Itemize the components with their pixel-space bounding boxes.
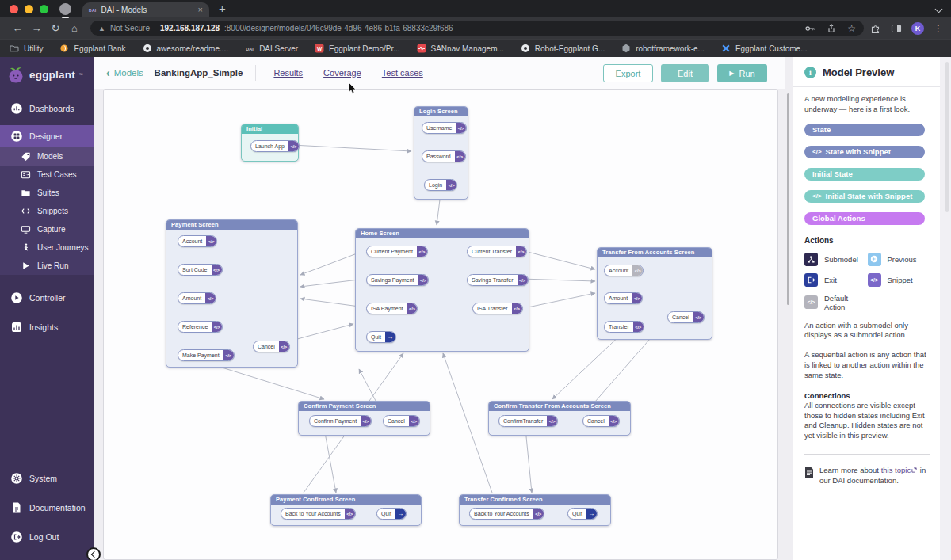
share-icon[interactable] bbox=[826, 23, 837, 34]
bookmark-item[interactable]: Eggplant Bank bbox=[59, 44, 125, 53]
export-button[interactable]: Export bbox=[603, 64, 653, 82]
action-pill[interactable]: Confirm Payment</> bbox=[309, 415, 372, 427]
sidebar-item-live-run[interactable]: Live Run bbox=[0, 257, 94, 275]
action-pill[interactable]: Account</> bbox=[178, 235, 217, 247]
tab-test-cases[interactable]: Test cases bbox=[382, 68, 423, 78]
browser-profile-icon[interactable] bbox=[59, 3, 71, 15]
state-node[interactable]: Transfer Confirmed ScreenBack to Your Ac… bbox=[459, 494, 611, 526]
action-pill[interactable]: Quit→ bbox=[376, 508, 407, 520]
profile-avatar[interactable]: K bbox=[911, 22, 924, 35]
tab-search-chevron-icon[interactable] bbox=[935, 6, 943, 13]
action-pill[interactable]: Username</> bbox=[422, 122, 467, 134]
action-pill[interactable]: Current Transfer</> bbox=[467, 246, 527, 257]
state-node[interactable]: Confirm Transfer From Accounts ScreenCon… bbox=[488, 401, 631, 436]
sidebar-item-test-cases[interactable]: Test Cases bbox=[0, 166, 94, 184]
back-icon[interactable]: ← bbox=[8, 22, 27, 34]
address-bar[interactable]: ▲ Not Secure 192.168.187.128 :8000/desig… bbox=[90, 21, 864, 36]
bookmark-star-icon[interactable]: ☆ bbox=[847, 24, 856, 33]
action-pill[interactable]: Amount</> bbox=[604, 292, 643, 304]
snippet-badge-icon: </> bbox=[533, 509, 544, 519]
home-icon[interactable]: ⌂ bbox=[65, 22, 84, 34]
bookmark-item[interactable]: WEggplant Demo/Pr... bbox=[315, 44, 400, 53]
scrollbar-thumb[interactable] bbox=[787, 93, 789, 305]
sidebar-item-capture[interactable]: Capture bbox=[0, 220, 94, 238]
new-tab-button[interactable]: + bbox=[219, 2, 226, 15]
bookmark-item[interactable]: SANnav Managem... bbox=[417, 44, 504, 53]
tab-close-icon[interactable]: × bbox=[198, 6, 203, 14]
edit-button[interactable]: Edit bbox=[661, 64, 709, 82]
forward-icon[interactable]: → bbox=[27, 22, 46, 34]
window-close-button[interactable] bbox=[10, 5, 18, 13]
browser-menu-icon[interactable]: ⋮ bbox=[934, 23, 943, 34]
state-node[interactable]: Transfer From Accounts ScreenAccount</>A… bbox=[597, 247, 712, 340]
bookmark-item[interactable]: robotframework-e... bbox=[621, 44, 705, 53]
action-pill[interactable]: ConfirmTransfer</> bbox=[498, 415, 558, 427]
action-pill[interactable]: Cancel</> bbox=[253, 341, 290, 352]
state-node[interactable]: InitialLaunch App</> bbox=[241, 124, 299, 162]
action-pill[interactable]: Quit→ bbox=[567, 508, 598, 520]
sidebar-item-user-journeys[interactable]: User Journeys bbox=[0, 238, 94, 257]
bookmark-item[interactable]: Utility bbox=[10, 44, 43, 53]
action-pill[interactable]: Launch App</> bbox=[250, 140, 300, 152]
tab-results[interactable]: Results bbox=[273, 68, 303, 78]
sidebar-item-designer[interactable]: Designer bbox=[0, 125, 94, 147]
action-pill[interactable]: Cancel</> bbox=[383, 415, 420, 427]
action-pill[interactable]: Current Payment</> bbox=[366, 246, 428, 257]
extensions-puzzle-icon[interactable] bbox=[870, 23, 881, 34]
side-panel-icon[interactable] bbox=[891, 23, 902, 34]
action-pill[interactable]: ISA Payment</> bbox=[366, 303, 418, 314]
action-pill[interactable]: Sort Code</> bbox=[178, 264, 223, 276]
action-pill[interactable]: Make Payment</> bbox=[178, 349, 235, 361]
sidebar-item-system[interactable]: System bbox=[0, 467, 94, 490]
canvas-scrollbar[interactable] bbox=[785, 57, 792, 560]
action-pill[interactable]: Login</> bbox=[424, 179, 457, 191]
tab-coverage[interactable]: Coverage bbox=[323, 68, 361, 78]
action-pill[interactable]: Reference</> bbox=[178, 321, 223, 333]
state-node[interactable]: Login ScreenUsername</>Password</>Login<… bbox=[414, 106, 468, 200]
this-topic-link[interactable]: this topic bbox=[881, 466, 911, 474]
sidebar-item-dashboards[interactable]: Dashboards bbox=[0, 97, 94, 120]
action-pill[interactable]: Cancel</> bbox=[667, 311, 705, 323]
sidebar-collapse-button[interactable] bbox=[86, 547, 101, 560]
sidebar-item-insights[interactable]: Insights bbox=[0, 316, 94, 338]
window-minimize-button[interactable] bbox=[25, 5, 33, 13]
bookmark-item[interactable]: Eggplant Custome... bbox=[721, 44, 808, 53]
bookmark-item[interactable]: awesome/readme.... bbox=[143, 44, 229, 53]
scrollbar-thumb[interactable] bbox=[945, 62, 949, 212]
action-pill[interactable]: Account</> bbox=[604, 265, 644, 276]
sidebar-item-suites[interactable]: Suites bbox=[0, 184, 94, 202]
dai-favicon-icon: DAI bbox=[89, 8, 97, 13]
reload-icon[interactable]: ↻ bbox=[46, 22, 65, 34]
state-node[interactable]: Home ScreenCurrent Payment</>Savings Pay… bbox=[355, 228, 529, 352]
window-zoom-button[interactable] bbox=[40, 5, 48, 13]
bookmark-item[interactable]: Robot-Eggplant G... bbox=[521, 44, 605, 53]
state-node[interactable]: Payment ScreenAccount</>Sort Code</>Amou… bbox=[166, 219, 298, 368]
sidebar-item-log-out[interactable]: Log Out bbox=[0, 526, 94, 548]
action-pill[interactable]: Transfer</> bbox=[604, 321, 644, 333]
action-pill[interactable]: Back to Your Accounts</> bbox=[469, 508, 544, 520]
action-pill[interactable]: Cancel</> bbox=[582, 415, 620, 427]
action-pill[interactable]: Savings Transfer</> bbox=[467, 274, 529, 286]
sidebar-item-models[interactable]: Models bbox=[0, 147, 94, 166]
back-chevron-icon[interactable]: ‹ bbox=[106, 67, 110, 79]
state-node[interactable]: Payment Confirmed ScreenBack to Your Acc… bbox=[270, 494, 422, 526]
action-pill[interactable]: Savings Payment</> bbox=[366, 274, 429, 286]
action-pill[interactable]: Quit→ bbox=[366, 331, 396, 343]
action-pill[interactable]: Password</> bbox=[422, 150, 466, 162]
password-key-icon[interactable] bbox=[804, 23, 815, 34]
bookmark-item[interactable]: DAIDAI Server bbox=[245, 44, 298, 53]
action-pill[interactable]: Back to Your Accounts</> bbox=[281, 508, 356, 520]
model-canvas[interactable]: InitialLaunch App</>Login ScreenUsername… bbox=[103, 89, 778, 560]
sidebar-item-documentation[interactable]: Documentation bbox=[0, 497, 94, 519]
action-pill[interactable]: ISA Transfer</> bbox=[472, 303, 523, 314]
state-node[interactable]: Confirm Payment ScreenConfirm Payment</>… bbox=[298, 401, 430, 436]
legend-state: State bbox=[804, 124, 925, 136]
action-pill[interactable]: Amount</> bbox=[178, 292, 216, 304]
sidebar-item-snippets[interactable]: Snippets bbox=[0, 202, 94, 220]
browser-tab[interactable]: DAI DAI - Models × bbox=[82, 2, 209, 17]
sidebar-item-controller[interactable]: Controller bbox=[0, 287, 94, 309]
models-back-link[interactable]: Models bbox=[114, 68, 143, 78]
page-scrollbar[interactable] bbox=[940, 57, 951, 560]
bookmark-label: Eggplant Demo/Pr... bbox=[329, 44, 400, 53]
run-button[interactable]: ▶Run bbox=[717, 64, 767, 82]
